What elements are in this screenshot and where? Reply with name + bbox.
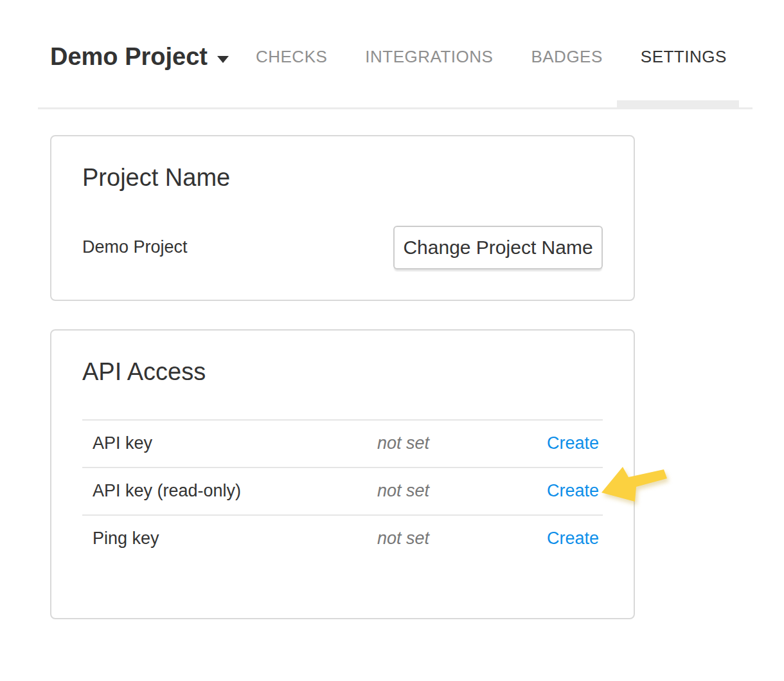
tab-badges[interactable]: BADGES [531,47,602,67]
project-title: Demo Project [50,41,208,73]
api-access-card: API Access API key not set Create API ke… [50,329,635,619]
current-project-name: Demo Project [82,237,188,257]
page-header: Demo Project CHECKS INTEGRATIONS BADGES … [50,41,727,73]
header-divider [38,107,753,109]
caret-down-icon [217,56,229,63]
project-name-card-title: Project Name [82,165,603,192]
api-key-read-only-label: API key (read-only) [82,481,377,501]
tab-settings[interactable]: SETTINGS [641,47,727,67]
tab-integrations[interactable]: INTEGRATIONS [365,47,493,67]
project-name-row: Demo Project Change Project Name [82,226,603,269]
create-ping-key-link[interactable]: Create [547,529,603,549]
ping-key-label: Ping key [82,529,377,549]
api-key-value: not set [377,433,547,453]
ping-key-value: not set [377,529,547,549]
project-name-card: Project Name Demo Project Change Project… [50,135,635,301]
create-api-key-read-only-link[interactable]: Create [547,481,603,501]
api-key-read-only-value: not set [377,481,547,501]
tab-checks[interactable]: CHECKS [256,47,327,67]
table-row-api-key: API key not set Create [82,419,603,467]
settings-page: Demo Project CHECKS INTEGRATIONS BADGES … [0,0,784,681]
create-api-key-link[interactable]: Create [547,433,603,453]
api-keys-table: API key not set Create API key (read-onl… [82,419,603,562]
table-row-api-key-read-only: API key (read-only) not set Create [82,467,603,514]
api-key-label: API key [82,433,377,453]
api-access-card-title: API Access [82,359,603,386]
table-row-ping-key: Ping key not set Create [82,514,603,562]
change-project-name-button[interactable]: Change Project Name [393,226,603,269]
nav-tabs: CHECKS INTEGRATIONS BADGES SETTINGS [256,47,727,67]
project-switcher-dropdown[interactable]: Demo Project [50,41,229,73]
